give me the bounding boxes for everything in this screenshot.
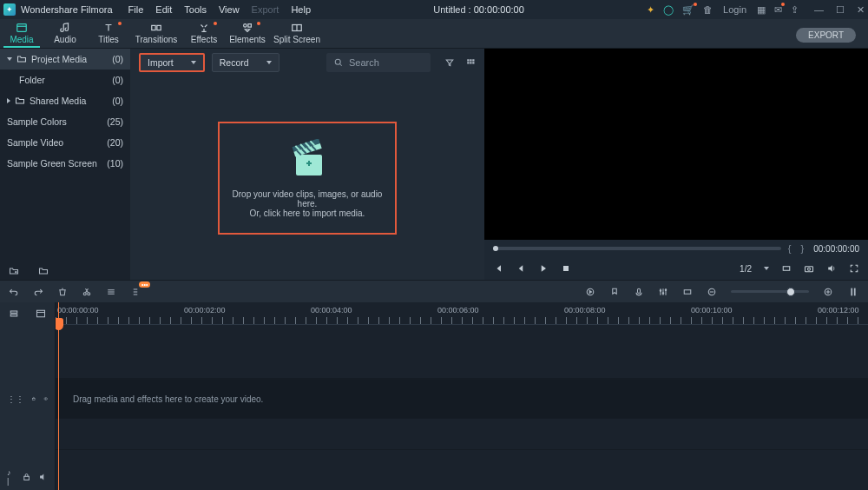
new-badge-icon: •••: [139, 281, 150, 288]
edit-tools-icon[interactable]: [106, 287, 116, 297]
tab-transitions[interactable]: Transitions: [130, 18, 182, 48]
menu-export[interactable]: Export: [252, 4, 279, 15]
cart-icon[interactable]: 🛒: [682, 4, 694, 16]
playhead[interactable]: [58, 302, 59, 490]
sidebar-item-label: Sample Green Screen: [7, 158, 97, 169]
support-icon[interactable]: ◯: [663, 4, 674, 16]
tab-media-label: Media: [10, 35, 33, 44]
svg-rect-1: [152, 25, 155, 30]
new-folder-icon[interactable]: [9, 266, 19, 276]
svg-rect-11: [470, 62, 471, 63]
menu-tools[interactable]: Tools: [184, 4, 207, 15]
fullscreen-icon[interactable]: [849, 263, 859, 274]
redo-icon[interactable]: [33, 287, 43, 297]
play-back-icon[interactable]: [516, 263, 526, 274]
preview-viewport: [484, 49, 868, 240]
grid-view-icon[interactable]: [465, 57, 476, 68]
login-button[interactable]: Login: [723, 4, 746, 15]
tab-titles[interactable]: Titles: [87, 18, 130, 48]
record-dropdown[interactable]: Record: [212, 53, 279, 72]
premium-icon[interactable]: ✦: [647, 4, 654, 16]
track-row[interactable]: [56, 419, 868, 450]
filter-icon[interactable]: [444, 57, 455, 68]
zoom-in-icon[interactable]: [823, 287, 833, 297]
import-dropdown[interactable]: Import: [139, 53, 205, 72]
tab-audio[interactable]: Audio: [43, 18, 87, 48]
tab-effects[interactable]: Effects: [182, 18, 226, 48]
message-icon[interactable]: ✉: [774, 4, 782, 16]
maximize-button[interactable]: ☐: [836, 4, 845, 16]
main-video-track[interactable]: Drag media and effects here to create yo…: [56, 379, 868, 419]
crop-icon[interactable]: [682, 287, 693, 297]
quality-icon[interactable]: [781, 263, 792, 274]
sidebar-item-sample-green[interactable]: Sample Green Screen (10): [0, 153, 130, 174]
transitions-icon: [150, 22, 162, 34]
seek-track[interactable]: [493, 247, 781, 250]
marker-add-icon[interactable]: [609, 287, 620, 297]
search-icon: [333, 57, 344, 68]
account-icon[interactable]: ⇪: [791, 4, 799, 16]
lock-icon[interactable]: [31, 394, 36, 404]
snapshot-icon[interactable]: [804, 263, 814, 274]
lock-icon[interactable]: [22, 472, 31, 482]
stop-icon[interactable]: [561, 263, 571, 274]
ruler-mark: 00:00:00:00: [57, 306, 99, 315]
save-icon[interactable]: ▦: [757, 4, 766, 16]
timeline-toolbar: •••: [0, 280, 868, 302]
menu-edit[interactable]: Edit: [155, 4, 172, 15]
sidebar-item-sample-colors[interactable]: Sample Colors (25): [0, 111, 130, 132]
trash-icon[interactable]: 🗑: [703, 4, 713, 15]
undo-icon[interactable]: [9, 287, 19, 297]
drop-zone[interactable]: Drop your video clips, images, or audio …: [130, 76, 484, 280]
tab-transitions-label: Transitions: [135, 35, 178, 44]
preview-zoom-label[interactable]: 1/2: [740, 264, 752, 274]
caret-down-icon[interactable]: [764, 267, 769, 270]
tab-media[interactable]: Media: [0, 18, 43, 48]
app-name: Wondershare Filmora: [21, 4, 113, 15]
sidebar-item-folder[interactable]: Folder (0): [0, 70, 130, 90]
sidebar-item-project-media[interactable]: Project Media (0): [0, 49, 130, 70]
delete-icon[interactable]: [57, 287, 68, 297]
zoom-slider[interactable]: [731, 290, 809, 293]
play-icon[interactable]: [538, 263, 549, 274]
mixer-icon[interactable]: [658, 287, 668, 297]
manage-tracks-icon[interactable]: [9, 308, 19, 319]
mark-out-icon[interactable]: }: [800, 243, 806, 254]
timeline-tracks[interactable]: 00:00:00:0000:00:02:0000:00:04:0000:00:0…: [56, 302, 868, 490]
search-input[interactable]: Search: [326, 53, 431, 72]
sidebar-footer: [9, 266, 49, 276]
zoom-fit-icon[interactable]: [847, 286, 859, 298]
tab-split-screen[interactable]: Split Screen: [269, 18, 325, 48]
voiceover-icon[interactable]: [634, 287, 644, 297]
tracks-options-icon[interactable]: [36, 308, 46, 319]
menu-file[interactable]: File: [128, 4, 144, 15]
prev-frame-icon[interactable]: [493, 263, 503, 274]
app-logo-icon: ✦: [3, 3, 16, 16]
tab-elements[interactable]: Elements: [226, 18, 269, 48]
preview-panel: { } 00:00:00:00 1/2: [484, 49, 868, 280]
menu-view[interactable]: View: [219, 4, 240, 15]
svg-rect-32: [10, 311, 17, 313]
volume-icon[interactable]: [826, 263, 837, 274]
mark-in-icon[interactable]: {: [788, 243, 794, 254]
export-button[interactable]: EXPORT: [796, 28, 856, 43]
marker-icon[interactable]: •••: [130, 287, 141, 297]
split-clip-icon[interactable]: [82, 287, 92, 297]
visibility-icon[interactable]: [43, 394, 49, 404]
zoom-out-icon[interactable]: [707, 287, 717, 297]
svg-rect-17: [783, 267, 790, 271]
timeline-ruler[interactable]: 00:00:00:0000:00:02:0000:00:04:0000:00:0…: [56, 302, 868, 325]
caret-down-icon: [191, 61, 196, 64]
open-folder-icon[interactable]: [38, 266, 49, 276]
minimize-button[interactable]: —: [814, 4, 824, 16]
render-icon[interactable]: [585, 287, 595, 297]
menu-help[interactable]: Help: [291, 4, 311, 15]
titles-icon: [102, 22, 115, 34]
mute-icon[interactable]: [38, 472, 48, 482]
track-row[interactable]: [56, 325, 868, 379]
track-handle-icon[interactable]: ⋮⋮: [7, 394, 24, 404]
svg-point-26: [665, 289, 667, 291]
close-button[interactable]: ✕: [857, 4, 865, 16]
sidebar-item-shared-media[interactable]: Shared Media (0): [0, 90, 130, 111]
sidebar-item-sample-video[interactable]: Sample Video (20): [0, 132, 130, 153]
